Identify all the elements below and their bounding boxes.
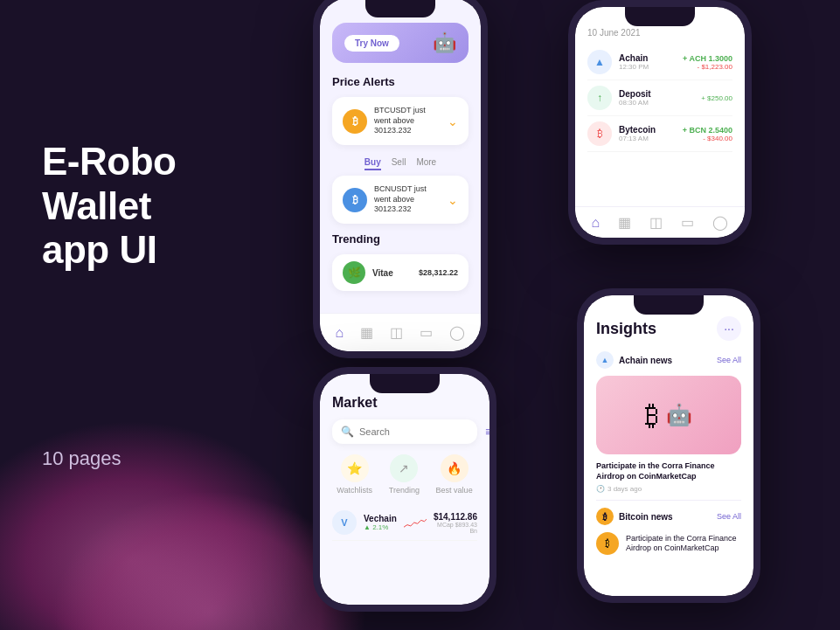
bitcoin-news-label: Bitcoin news [619,512,673,522]
achain-name: Achain [619,53,676,63]
watchlists-icon: ⭐ [341,454,369,482]
deposit-time: 08:30 AM [619,99,694,107]
btc-alert-icon: ₿ [343,109,367,134]
phone-notch-1 [365,0,435,17]
vechain-price: $14,112.86 [434,512,477,522]
achain-source-icon: ▲ [596,351,614,369]
bytecoin-usd: - $340.00 [683,135,732,142]
nav-home-icon[interactable]: ⌂ [336,325,344,341]
market-title: Market [332,395,477,411]
robot-icon: 🤖 [433,31,456,54]
phone-notch-2 [625,7,695,26]
tab-buy[interactable]: Buy [364,157,381,170]
tab-more[interactable]: More [416,157,436,170]
alert-item-btc[interactable]: ₿ BTCUSDT just went above 30123.232 ⌄ [332,97,469,145]
phone-notch-3 [370,374,440,393]
transaction-date: 10 June 2021 [587,28,732,38]
tab-sell[interactable]: Sell [392,157,406,170]
achain-see-all[interactable]: See All [717,356,741,364]
phone-insights: Insights ··· ▲ Achain news See All ₿ 🤖 P… [577,288,760,603]
search-input[interactable] [359,426,480,437]
category-tabs: ⭐ Watchlists ↗ Trending 🔥 Best value [332,454,477,495]
divider-1 [596,500,741,501]
tab-watchlists[interactable]: ⭐ Watchlists [337,454,372,495]
vechain-change: ▲ 2.1% [364,523,397,531]
insights-header: Insights ··· [596,316,741,341]
hero-line2: Wallet [42,184,151,227]
hero-line1: E-Robo [42,140,176,183]
vechain-sparkline [404,514,427,531]
trending-name: Vitae [372,268,412,278]
vechain-coin-icon: V [332,510,357,535]
vechain-name: Vechain [364,514,397,523]
achain-usd: - $1,223.00 [683,63,732,71]
nav2-card-icon[interactable]: ▭ [681,214,694,231]
more-button[interactable]: ··· [717,316,741,341]
best-value-label: Best value [436,486,473,495]
banner-article-time: 🕐 3 days ago [596,485,741,493]
trending-item-vitae[interactable]: 🌿 Vitae $28,312.22 [332,254,469,291]
banner-article-title: Participate in the Corra Finance Airdrop… [596,461,741,481]
achain-icon: ▲ [587,50,612,74]
bitcoin-news-source: ₿ Bitcoin news [596,508,673,525]
bytecoin-coin: + BCN 2.5400 [683,126,732,135]
vitae-icon: 🌿 [343,261,365,284]
nav-chart-icon[interactable]: ▦ [360,324,373,341]
nav2-wallet-icon[interactable]: ◫ [649,214,663,231]
nav-user-icon[interactable]: ◯ [449,324,465,341]
trade-tabs: Buy Sell More [332,152,469,176]
achain-news-header: ▲ Achain news See All [596,351,741,369]
bitcoin-news-header: ₿ Bitcoin news See All [596,508,741,525]
news-banner-image: ₿ 🤖 [596,376,741,454]
tab-trending[interactable]: ↗ Trending [389,454,420,495]
achain-time: 12:30 PM [619,63,676,71]
achain-coin: + ACH 1.3000 [683,54,732,63]
banner-bitcoin-icon: ₿ [645,399,659,432]
phone-transactions: 10 June 2021 ▲ Achain 12:30 PM + ACH 1.3… [568,0,752,245]
search-icon: 🔍 [341,426,354,438]
try-now-button[interactable]: Try Now [344,35,399,52]
nav-card-icon[interactable]: ▭ [420,324,433,341]
nav2-user-icon[interactable]: ◯ [712,214,728,231]
bcn-alert-icon: ₿ [343,188,367,212]
try-now-banner[interactable]: Try Now 🤖 [332,23,469,63]
phone-notch-4 [634,295,704,315]
clock-icon: 🕐 [596,485,605,493]
bcn-alert-text: BCNUSDT just went above 30123.232 [374,184,441,215]
alert-chevron-2: ⌄ [448,193,458,207]
bitcoin-news-item[interactable]: ₿ Participate in the Corra Finance Airdr… [596,532,741,555]
trending-price: $28,312.22 [419,268,458,277]
filter-icon[interactable]: ≡ [485,425,489,439]
tab-best-value[interactable]: 🔥 Best value [436,454,473,495]
hero-line3: app UI [42,228,156,271]
bytecoin-name: Bytecoin [619,125,676,135]
bottom-nav-1: ⌂ ▦ ◫ ▭ ◯ [320,313,481,351]
banner-robot-icon: 🤖 [666,403,692,427]
tx-achain: ▲ Achain 12:30 PM + ACH 1.3000 - $1,223.… [587,45,732,80]
bytecoin-time: 07:13 AM [619,135,676,142]
trending-icon: ↗ [390,454,418,482]
achain-news-label: Achain news [619,356,672,365]
pages-label: 10 pages [42,447,176,470]
phone-price-alerts: Try Now 🤖 Price Alerts ₿ BTCUSDT just we… [313,0,488,358]
search-bar[interactable]: 🔍 ≡ [332,419,477,444]
nav2-home-icon[interactable]: ⌂ [592,215,600,231]
market-row-vechain[interactable]: V Vechain ▲ 2.1% $14,112.86 MCap $893.43… [332,505,477,541]
nav2-chart-icon[interactable]: ▦ [618,214,631,231]
btc-alert-text: BTCUSDT just went above 30123.232 [374,106,441,136]
achain-news-source: ▲ Achain news [596,351,672,369]
phone-market: Market 🔍 ≡ ⭐ Watchlists ↗ Trending 🔥 [313,367,496,612]
trending-title: Trending [332,232,469,246]
alert-item-bcn[interactable]: ₿ BCNUSDT just went above 30123.232 ⌄ [332,176,469,224]
bitcoin-news-icon: ₿ [596,532,619,555]
bitcoin-see-all[interactable]: See All [717,512,741,521]
bytecoin-icon: ₿ [587,121,612,146]
price-alerts-title: Price Alerts [332,75,469,88]
nav-wallet-icon[interactable]: ◫ [390,324,403,341]
insights-title: Insights [596,320,656,338]
tx-deposit: ↑ Deposit 08:30 AM + $250.00 [587,80,732,116]
hero-text-block: E-Robo Wallet app UI 10 pages [42,140,176,470]
trending-label: Trending [389,486,420,495]
best-value-icon: 🔥 [441,454,469,482]
alert-chevron-1: ⌄ [448,114,458,128]
